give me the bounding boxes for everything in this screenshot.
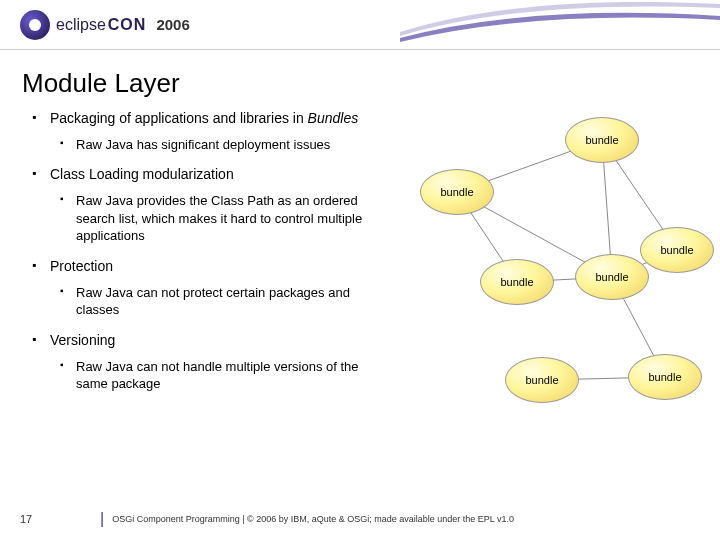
- bundle-node: bundle: [565, 117, 639, 163]
- footer: 17 | OSGi Component Programming | © 2006…: [0, 510, 720, 528]
- sub-bullet: Raw Java provides the Class Path as an o…: [76, 192, 370, 245]
- content-area: Packaging of applications and libraries …: [0, 109, 720, 429]
- bundle-node: bundle: [420, 169, 494, 215]
- logo: eclipse CON 2006: [20, 10, 190, 40]
- sub-bullet-list: Raw Java provides the Class Path as an o…: [50, 192, 370, 245]
- sub-bullet: Raw Java can not handle multiple version…: [76, 358, 370, 393]
- bullet-text: Packaging of applications and libraries …: [50, 110, 308, 126]
- logo-year: 2006: [156, 16, 189, 33]
- bullet-versioning: Versioning Raw Java can not handle multi…: [50, 331, 370, 393]
- sub-bullet-list: Raw Java can not handle multiple version…: [50, 358, 370, 393]
- bullet-text: Versioning: [50, 332, 115, 348]
- text-column: Packaging of applications and libraries …: [20, 109, 370, 429]
- main-bullet-list: Packaging of applications and libraries …: [20, 109, 370, 393]
- logo-text-plain: eclipse: [56, 16, 106, 34]
- bullet-classloading: Class Loading modularization Raw Java pr…: [50, 165, 370, 245]
- footer-text: OSGi Component Programming | © 2006 by I…: [112, 514, 514, 524]
- bullet-text-italic: Bundles: [308, 110, 359, 126]
- slide-title: Module Layer: [0, 50, 720, 109]
- sub-bullet: Raw Java has significant deployment issu…: [76, 136, 370, 154]
- bullet-packaging: Packaging of applications and libraries …: [50, 109, 370, 153]
- bullet-text: Class Loading modularization: [50, 166, 234, 182]
- sub-bullet-list: Raw Java can not protect certain package…: [50, 284, 370, 319]
- bullet-protection: Protection Raw Java can not protect cert…: [50, 257, 370, 319]
- eclipse-logo-icon: [20, 10, 50, 40]
- logo-text-bold: CON: [108, 16, 147, 34]
- bundle-diagram: bundlebundlebundlebundlebundlebundlebund…: [390, 109, 700, 429]
- header-bar: eclipse CON 2006: [0, 0, 720, 50]
- sub-bullet: Raw Java can not protect certain package…: [76, 284, 370, 319]
- bundle-node: bundle: [505, 357, 579, 403]
- sub-bullet-list: Raw Java has significant deployment issu…: [50, 136, 370, 154]
- page-number: 17: [20, 513, 100, 525]
- bundle-node: bundle: [640, 227, 714, 273]
- bundle-node: bundle: [480, 259, 554, 305]
- bundle-node: bundle: [575, 254, 649, 300]
- footer-divider: |: [100, 510, 104, 528]
- bundle-node: bundle: [628, 354, 702, 400]
- swoosh-decoration: [400, 2, 720, 46]
- bullet-text: Protection: [50, 258, 113, 274]
